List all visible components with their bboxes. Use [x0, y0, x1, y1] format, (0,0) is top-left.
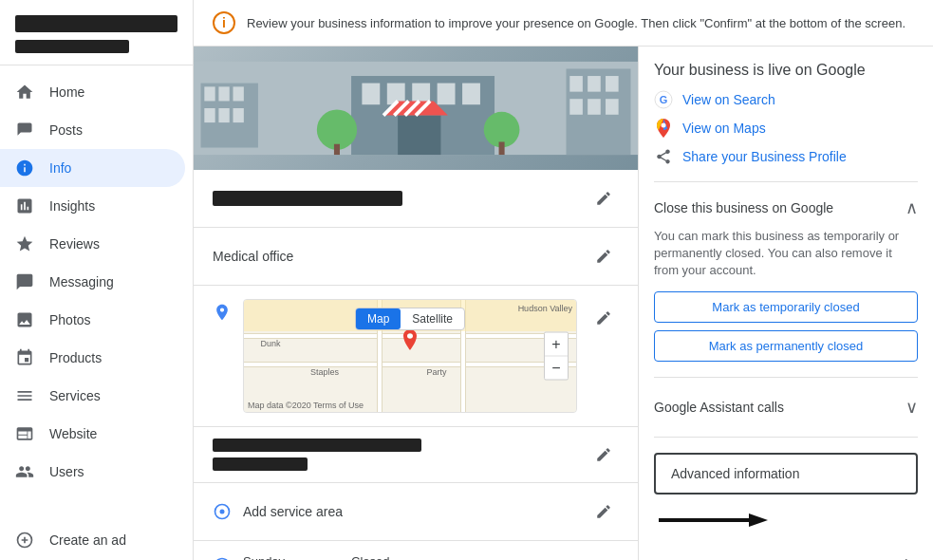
svg-text:G: G: [660, 94, 668, 105]
share-profile-link[interactable]: Share your Business Profile: [654, 147, 918, 166]
sidebar-item-messaging[interactable]: Messaging: [0, 263, 185, 301]
live-title: Your business is live on Google: [654, 62, 918, 79]
sidebar-item-insights[interactable]: Insights: [0, 187, 185, 225]
google-g-icon: G: [654, 90, 673, 109]
view-on-search-link[interactable]: G View on Search: [654, 90, 918, 109]
share-icon: [654, 147, 673, 166]
close-section-header[interactable]: Close this business on Google ∧: [654, 197, 918, 218]
sidebar-item-posts[interactable]: Posts: [0, 111, 185, 149]
svg-rect-26: [588, 99, 601, 115]
sidebar-item-label: Posts: [49, 122, 83, 138]
svg-rect-25: [569, 99, 583, 115]
service-area-icon: [213, 502, 232, 521]
divider-1: [654, 181, 918, 182]
create-ad-icon: [15, 531, 34, 550]
svg-rect-23: [588, 76, 601, 92]
map-zoom-out-button[interactable]: −: [545, 357, 568, 380]
hours-time: Closed: [351, 554, 389, 560]
sidebar-item-services[interactable]: Services: [0, 377, 185, 415]
sidebar-item-info[interactable]: Info: [0, 149, 185, 187]
close-description: You can mark this business as temporaril…: [654, 228, 918, 280]
mark-temporarily-closed-button[interactable]: Mark as temporarily closed: [654, 291, 918, 323]
map-label: Dunk: [261, 339, 281, 348]
edit-location-button[interactable]: [588, 303, 619, 333]
svg-rect-27: [606, 99, 619, 115]
sidebar-item-photos[interactable]: Photos: [0, 301, 185, 339]
sidebar-nav: Home Posts Info Insights Reviews: [0, 65, 193, 498]
messaging-icon: [15, 272, 34, 291]
svg-point-33: [220, 510, 225, 514]
edit-hours-button[interactable]: [588, 556, 619, 560]
assistant-header[interactable]: Google Assistant calls ∨: [654, 393, 918, 421]
svg-rect-10: [362, 84, 380, 105]
svg-rect-7: [218, 108, 229, 122]
sidebar-item-products[interactable]: Products: [0, 339, 185, 377]
edit-category-button[interactable]: [588, 241, 619, 271]
share-profile-text: Share your Business Profile: [682, 149, 847, 164]
map-container[interactable]: Hudson Valley Dunk Staples Party Map Sat…: [243, 299, 577, 413]
website-icon: [15, 424, 34, 443]
live-links: G View on Search View on Maps: [654, 90, 918, 166]
services-icon: [15, 386, 34, 405]
business-name-content: [213, 191, 577, 206]
edit-address-button[interactable]: [588, 439, 619, 470]
sidebar-item-create-ad[interactable]: Create an ad: [0, 521, 185, 559]
hours-section: Sunday Closed Monday 9:00 AM–5:00 PM Tue…: [194, 541, 638, 560]
store-code-row: Store code 129: [654, 542, 918, 560]
svg-rect-15: [398, 116, 440, 156]
sidebar-item-label: Info: [49, 160, 71, 176]
sidebar-item-label: Services: [49, 388, 101, 403]
info-banner-text: Review your business information to impr…: [247, 16, 905, 30]
sidebar-item-home[interactable]: Home: [0, 73, 185, 111]
location-pin-icon: [213, 303, 232, 322]
users-icon: [15, 462, 34, 481]
sidebar-item-label: Website: [49, 426, 97, 441]
map-caption: Map data ©2020 Terms of Use: [248, 401, 364, 410]
info-banner-icon: i: [213, 11, 235, 34]
svg-rect-22: [569, 76, 583, 92]
address-line1: [213, 439, 421, 452]
sidebar-item-label: Users: [49, 464, 84, 479]
category-row: Medical office: [194, 228, 638, 286]
clock-icon: [213, 556, 232, 560]
sidebar-item-label: Insights: [49, 198, 95, 214]
posts-icon: [15, 121, 34, 140]
sidebar-item-website[interactable]: Website: [0, 415, 185, 453]
hours-table: Sunday Closed Monday 9:00 AM–5:00 PM Tue…: [243, 554, 577, 560]
info-banner: i Review your business information to im…: [194, 0, 933, 47]
add-service-area-text: Add service area: [243, 504, 343, 519]
svg-marker-38: [749, 513, 768, 527]
business-name: [15, 15, 177, 32]
address-block: [213, 439, 577, 471]
edit-service-area-button[interactable]: [588, 496, 619, 527]
map-marker: [402, 329, 418, 350]
map-tab-map[interactable]: Map: [356, 308, 401, 329]
category-text: Medical office: [213, 249, 293, 264]
arrow-annotation: [654, 506, 918, 534]
business-image: [194, 47, 638, 170]
sidebar-item-users[interactable]: Users: [0, 453, 185, 491]
address-line2: [213, 457, 308, 471]
reviews-icon: [15, 234, 34, 253]
advanced-info-box[interactable]: Advanced information: [654, 453, 918, 495]
edit-name-button[interactable]: [588, 183, 619, 214]
sidebar-item-reviews[interactable]: Reviews: [0, 225, 185, 263]
photos-icon: [15, 310, 34, 329]
map-zoom-controls: + −: [544, 332, 569, 381]
sidebar-bottom: Create an ad Add new location Manage loc…: [0, 513, 193, 560]
live-section: Your business is live on Google G View o…: [654, 62, 918, 166]
view-on-maps-link[interactable]: View on Maps: [654, 119, 918, 138]
map-zoom-in-button[interactable]: +: [545, 333, 568, 356]
edit-store-code-button[interactable]: [887, 550, 918, 560]
svg-rect-13: [438, 84, 456, 105]
home-icon: [15, 83, 34, 102]
map-label: Party: [427, 367, 447, 377]
map-tab-satellite[interactable]: Satellite: [401, 308, 464, 329]
assistant-section: Google Assistant calls ∨: [654, 393, 918, 421]
close-section: Close this business on Google ∧ You can …: [654, 197, 918, 362]
mark-permanently-closed-button[interactable]: Mark as permanently closed: [654, 330, 918, 362]
address-row: [194, 427, 638, 483]
assistant-title: Google Assistant calls: [654, 400, 784, 415]
svg-rect-3: [204, 86, 215, 101]
map-tabs: Map Satellite: [355, 308, 465, 330]
